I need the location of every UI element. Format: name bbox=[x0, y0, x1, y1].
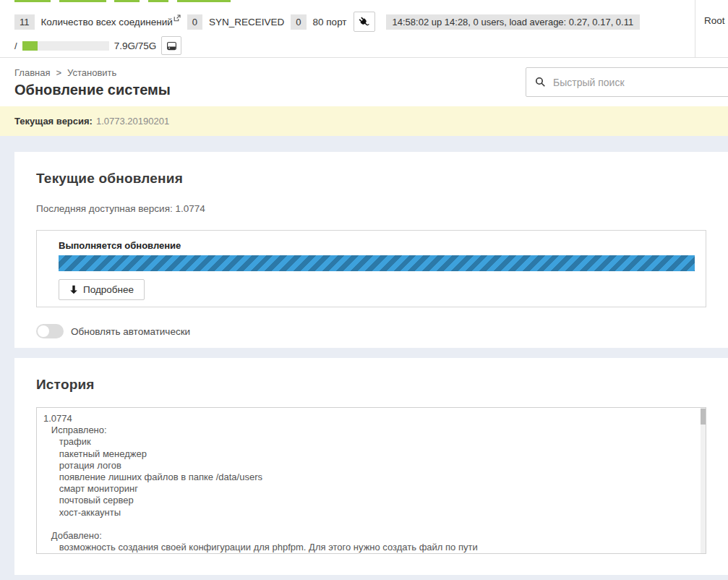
history-scrollbar-thumb[interactable] bbox=[701, 409, 706, 425]
history-title: История bbox=[36, 377, 706, 393]
hard-drive-icon bbox=[166, 40, 177, 51]
current-version-value: 1.0773.20190201 bbox=[96, 116, 169, 127]
syn-count-badge: 0 bbox=[187, 14, 202, 30]
plug-icon bbox=[359, 17, 369, 27]
connections-count-badge: 11 bbox=[14, 14, 35, 30]
breadcrumb-home[interactable]: Главная bbox=[14, 67, 50, 78]
current-updates-title: Текущие обновления bbox=[36, 171, 706, 187]
disk-usage-fill bbox=[22, 41, 38, 51]
history-card: История 1.0774 Исправлено: трафик пакетн… bbox=[14, 358, 728, 575]
update-progress-box: Выполняется обновление Подробнее bbox=[36, 230, 706, 307]
nav-tab-underline-4[interactable] bbox=[148, 0, 168, 2]
breadcrumb: Главная > Установить bbox=[14, 67, 116, 78]
disk-usage-bar bbox=[22, 41, 109, 51]
search-input[interactable] bbox=[553, 77, 728, 88]
nav-tab-underline-5[interactable] bbox=[177, 0, 231, 2]
connections-link[interactable]: Количество всех соединений bbox=[41, 17, 181, 27]
external-link-icon bbox=[174, 14, 181, 22]
details-button[interactable]: Подробнее bbox=[59, 279, 145, 300]
disk-usage-row: / 7.9G/75G bbox=[14, 36, 181, 55]
update-progress-label: Выполняется обновление bbox=[59, 240, 684, 251]
user-menu[interactable]: Root bbox=[695, 0, 728, 58]
auto-update-row: Обновлять автоматически bbox=[36, 324, 706, 338]
quick-search-box bbox=[526, 67, 728, 97]
syn-label: SYN_RECEIVED bbox=[209, 17, 284, 27]
disk-info-button[interactable] bbox=[161, 36, 181, 55]
breadcrumb-separator: > bbox=[56, 67, 61, 78]
user-name: Root bbox=[704, 15, 725, 26]
nav-tab-underline-3[interactable] bbox=[114, 0, 140, 2]
disk-usage-text: 7.9G/75G bbox=[114, 40, 157, 51]
auto-update-label: Обновлять автоматически bbox=[71, 326, 190, 337]
current-updates-card: Текущие обновления Последняя доступная в… bbox=[14, 152, 728, 348]
details-button-label: Подробнее bbox=[83, 284, 134, 295]
current-version-banner: Текущая версия: 1.0773.20190201 bbox=[0, 106, 728, 136]
current-version-label: Текущая версия: bbox=[14, 116, 93, 127]
auto-update-toggle[interactable] bbox=[36, 324, 64, 338]
arrow-down-icon bbox=[69, 285, 78, 294]
firewall-plug-button[interactable] bbox=[354, 12, 375, 32]
nav-tab-underline-1[interactable] bbox=[14, 0, 51, 2]
nav-tab-underline-2[interactable] bbox=[59, 0, 106, 2]
search-icon bbox=[535, 77, 546, 88]
port-label: 80 порт bbox=[313, 17, 347, 27]
port-count-badge: 0 bbox=[291, 14, 306, 30]
breadcrumb-section[interactable]: Установить bbox=[67, 67, 116, 78]
top-header: 11 Количество всех соединений 0 SYN_RECE… bbox=[0, 0, 728, 58]
history-log-box[interactable]: 1.0774 Исправлено: трафик пакетный менед… bbox=[36, 407, 706, 554]
status-row: 11 Количество всех соединений 0 SYN_RECE… bbox=[14, 12, 640, 32]
title-section: Главная > Установить Обновление системы bbox=[0, 58, 728, 106]
history-log-text: 1.0774 Исправлено: трафик пакетный менед… bbox=[43, 413, 691, 553]
connections-label: Количество всех соединений bbox=[41, 17, 173, 27]
latest-version-text: Последняя доступная версия: 1.0774 bbox=[36, 203, 706, 214]
toggle-knob bbox=[38, 325, 49, 337]
disk-mount-label: / bbox=[14, 40, 17, 51]
update-progress-bar bbox=[59, 255, 695, 271]
uptime-text: 14:58:02 up 14:28, 0 users, load average… bbox=[386, 14, 641, 30]
history-scrollbar[interactable] bbox=[701, 408, 706, 553]
page-title: Обновление системы bbox=[14, 82, 171, 98]
